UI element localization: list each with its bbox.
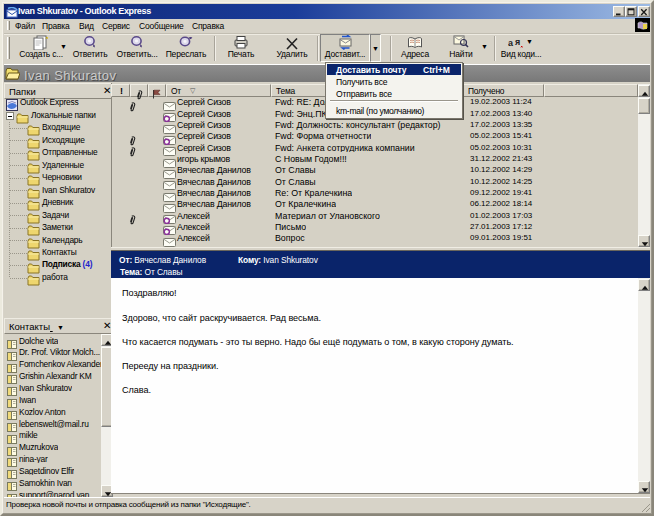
svg-text:а: а (508, 38, 514, 48)
svg-text:я: я (515, 37, 520, 47)
